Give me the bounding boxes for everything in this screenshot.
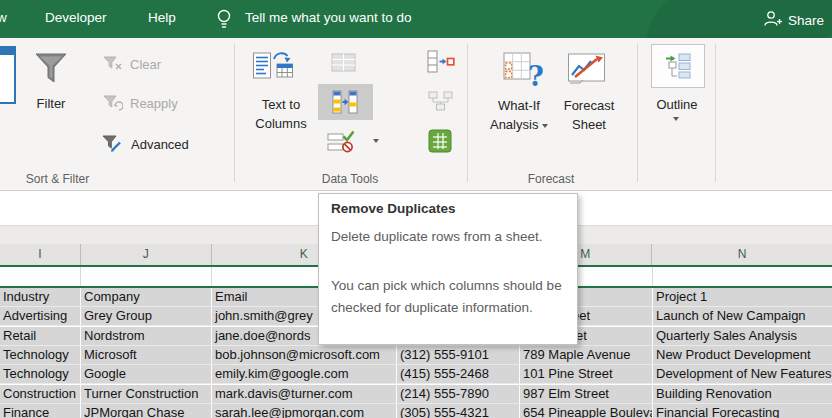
menu-bar: w Developer Help Tell me what you want t… bbox=[0, 0, 832, 38]
group-separator bbox=[715, 44, 716, 182]
cell[interactable]: Launch of New Campaign bbox=[653, 307, 832, 326]
cell[interactable]: Google bbox=[81, 365, 212, 384]
table-row: Technology Google emily.kim@google.com (… bbox=[0, 365, 832, 384]
what-if-analysis-icon[interactable]: ? bbox=[503, 52, 545, 94]
cell[interactable]: JPMorgan Chase bbox=[81, 404, 212, 418]
outline-chevron-down-icon[interactable] bbox=[673, 117, 679, 121]
cell[interactable] bbox=[81, 267, 212, 286]
cell[interactable]: (214) 555-7890 bbox=[397, 385, 520, 404]
cell[interactable]: 987 Elm Street bbox=[520, 385, 653, 404]
cell[interactable]: bob.johnson@microsoft.com bbox=[212, 346, 397, 365]
menu-tab-developer[interactable]: Developer bbox=[45, 10, 107, 25]
cell[interactable]: Retail bbox=[0, 327, 81, 346]
excel-window: w Developer Help Tell me what you want t… bbox=[0, 0, 832, 418]
remove-duplicates-tooltip: Remove Duplicates Delete duplicate rows … bbox=[318, 193, 578, 345]
consolidate-icon[interactable] bbox=[427, 50, 455, 78]
tooltip-description-2: You can pick which columns should be che… bbox=[331, 275, 569, 318]
remove-duplicates-button[interactable] bbox=[318, 84, 373, 120]
filter-funnel-icon[interactable] bbox=[34, 51, 68, 93]
svg-text:?: ? bbox=[528, 61, 544, 90]
share-label: Share bbox=[788, 13, 824, 28]
cell[interactable] bbox=[0, 267, 81, 286]
outline-icon bbox=[664, 52, 692, 80]
cell[interactable]: Finance bbox=[0, 404, 81, 418]
advanced-button[interactable]: Advanced bbox=[131, 137, 189, 152]
data-validation-chevron-down-icon[interactable] bbox=[373, 139, 379, 143]
forecast-sheet-button[interactable]: Forecast Sheet bbox=[551, 96, 627, 134]
cell[interactable]: Turner Construction bbox=[81, 385, 212, 404]
table-row: Technology Microsoft bob.johnson@microso… bbox=[0, 346, 832, 365]
cell[interactable]: Company bbox=[81, 288, 212, 307]
manage-data-model-icon[interactable] bbox=[427, 128, 453, 158]
forecast-sheet-label-line2: Sheet bbox=[551, 115, 627, 134]
cell[interactable]: (305) 555-4321 bbox=[397, 404, 520, 418]
advanced-filter-icon[interactable] bbox=[102, 135, 124, 157]
tooltip-title: Remove Duplicates bbox=[331, 201, 456, 216]
clear-filter-icon bbox=[103, 56, 123, 76]
cell[interactable]: (312) 555-9101 bbox=[397, 346, 520, 365]
tooltip-description: Delete duplicate rows from a sheet. bbox=[331, 229, 543, 244]
cell[interactable]: 101 Pine Street bbox=[520, 365, 653, 384]
sort-dialog-icon[interactable] bbox=[0, 46, 16, 104]
cell[interactable]: emily.kim@google.com bbox=[212, 365, 397, 384]
cell[interactable]: Technology bbox=[0, 365, 81, 384]
column-header-i[interactable]: I bbox=[0, 244, 81, 265]
remove-duplicates-icon bbox=[332, 90, 358, 114]
cell[interactable]: sarah.lee@jpmorgan.com bbox=[212, 404, 397, 418]
outline-button[interactable] bbox=[651, 44, 705, 88]
cell[interactable]: (415) 555-2468 bbox=[397, 365, 520, 384]
cell[interactable]: Technology bbox=[0, 346, 81, 365]
text-to-columns-button[interactable]: Text to Columns bbox=[246, 95, 316, 133]
group-label-forecast: Forecast bbox=[501, 172, 601, 186]
what-if-label-line2: Analysis bbox=[490, 117, 538, 132]
reapply-filter-icon bbox=[103, 95, 123, 115]
cell[interactable] bbox=[653, 267, 832, 286]
cell[interactable]: Project 1 bbox=[653, 288, 832, 307]
ribbon: Filter Clear Reapply Advanced Sort & bbox=[0, 38, 832, 191]
menu-tab-partial[interactable]: w bbox=[0, 10, 7, 25]
cell[interactable]: mark.davis@turner.com bbox=[212, 385, 397, 404]
group-label-sort-filter: Sort & Filter bbox=[10, 172, 105, 186]
filter-button[interactable]: Filter bbox=[20, 94, 82, 113]
menu-tab-help[interactable]: Help bbox=[148, 10, 176, 25]
text-to-columns-label-line2: Columns bbox=[246, 114, 316, 133]
what-if-chevron-down-icon bbox=[542, 124, 548, 128]
flash-fill-icon bbox=[330, 52, 358, 78]
cell[interactable]: Advertising bbox=[0, 307, 81, 326]
column-header-j[interactable]: J bbox=[81, 244, 212, 265]
what-if-analysis-button[interactable]: What-If Analysis bbox=[480, 96, 558, 134]
what-if-label-line1: What-If bbox=[480, 96, 558, 115]
text-to-columns-label-line1: Text to bbox=[246, 95, 316, 114]
cell[interactable]: Microsoft bbox=[81, 346, 212, 365]
clear-button: Clear bbox=[130, 57, 161, 72]
group-separator bbox=[467, 44, 468, 182]
cell[interactable]: Development of New Features bbox=[653, 365, 832, 384]
outline-label: Outline bbox=[644, 95, 710, 114]
share-button[interactable]: Share bbox=[763, 9, 824, 32]
relationships-icon bbox=[428, 91, 453, 115]
reapply-button: Reapply bbox=[130, 96, 178, 111]
tell-me-box[interactable]: Tell me what you want to do bbox=[245, 10, 412, 25]
table-row: Finance JPMorgan Chase sarah.lee@jpmorga… bbox=[0, 404, 832, 418]
cell[interactable]: Nordstrom bbox=[81, 327, 212, 346]
group-separator bbox=[234, 44, 235, 182]
cell[interactable]: Financial Forecasting bbox=[653, 404, 832, 418]
text-to-columns-icon[interactable] bbox=[252, 48, 294, 90]
share-person-icon bbox=[763, 9, 782, 32]
lightbulb-icon bbox=[214, 8, 234, 34]
cell[interactable]: Building Renovation bbox=[653, 385, 832, 404]
forecast-sheet-icon[interactable] bbox=[567, 51, 607, 91]
cell[interactable]: Construction bbox=[0, 385, 81, 404]
cell[interactable]: 654 Pineapple Boulevard bbox=[520, 404, 653, 418]
cell[interactable]: New Product Development bbox=[653, 346, 832, 365]
cell[interactable]: Grey Group bbox=[81, 307, 212, 326]
forecast-sheet-label-line1: Forecast bbox=[551, 96, 627, 115]
cell[interactable]: Quarterly Sales Analysis bbox=[653, 327, 832, 346]
cell[interactable]: Industry bbox=[0, 288, 81, 307]
table-row: Construction Turner Construction mark.da… bbox=[0, 385, 832, 404]
data-validation-icon[interactable] bbox=[327, 130, 357, 158]
column-header-n[interactable]: N bbox=[652, 244, 832, 265]
group-label-data-tools: Data Tools bbox=[300, 172, 400, 186]
cell[interactable]: 789 Maple Avenue bbox=[520, 346, 653, 365]
group-separator bbox=[637, 44, 638, 182]
